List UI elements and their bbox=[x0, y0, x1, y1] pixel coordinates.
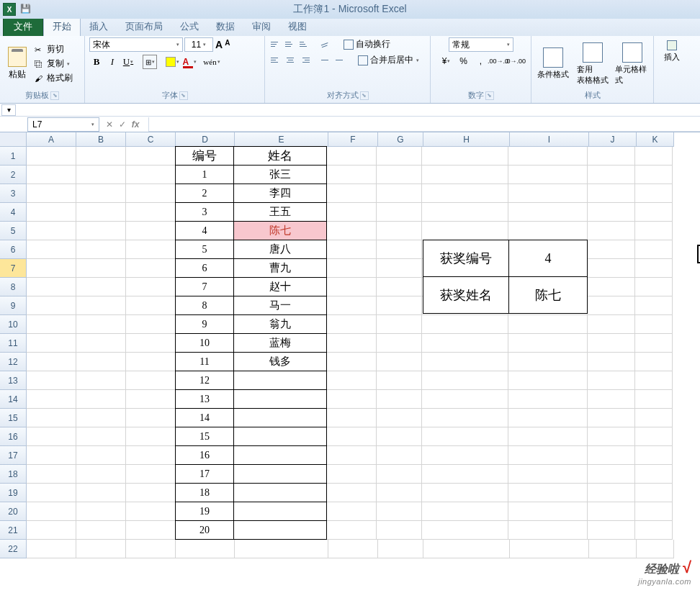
insert-cells-button[interactable] bbox=[667, 40, 677, 50]
grow-font-icon[interactable]: A bbox=[215, 39, 223, 50]
cell-B17[interactable] bbox=[76, 446, 126, 465]
cell-I14[interactable] bbox=[508, 390, 588, 409]
cell-E13[interactable] bbox=[233, 371, 327, 390]
cell-F13[interactable] bbox=[327, 371, 377, 390]
cell-C1[interactable] bbox=[126, 147, 176, 166]
cell-H3[interactable] bbox=[422, 184, 508, 203]
result-value[interactable]: 陈七 bbox=[508, 276, 588, 314]
cell-J14[interactable] bbox=[588, 390, 635, 409]
cell-H11[interactable] bbox=[422, 334, 508, 353]
cell-D15[interactable]: 14 bbox=[175, 408, 234, 427]
launcher-icon[interactable]: ⬊ bbox=[360, 91, 369, 100]
phonetic-button[interactable]: wén▾ bbox=[205, 55, 219, 69]
cell-B12[interactable] bbox=[76, 353, 126, 371]
cell-A13[interactable] bbox=[27, 371, 76, 390]
cell-I22[interactable] bbox=[510, 540, 589, 558]
cell-A11[interactable] bbox=[27, 334, 76, 353]
row-header-1[interactable]: 1 bbox=[0, 147, 27, 166]
format-as-table-button[interactable]: 套用 表格格式 bbox=[575, 42, 609, 86]
launcher-icon[interactable]: ⬊ bbox=[50, 91, 59, 100]
cell-C4[interactable] bbox=[126, 203, 176, 222]
cell-F15[interactable] bbox=[327, 409, 377, 427]
row-header-10[interactable]: 10 bbox=[0, 315, 27, 334]
spreadsheet-grid[interactable]: ABCDEFGHIJK 1234567891011121314151617181… bbox=[0, 132, 700, 593]
cell-F14[interactable] bbox=[327, 390, 377, 409]
cell-A2[interactable] bbox=[27, 166, 76, 184]
cell-D22[interactable] bbox=[176, 540, 235, 558]
cell-K10[interactable] bbox=[635, 315, 673, 334]
cell-E5[interactable]: 陈七 bbox=[233, 221, 327, 240]
cell-D20[interactable]: 19 bbox=[175, 502, 234, 521]
cell-G1[interactable] bbox=[377, 147, 422, 166]
tab-home[interactable]: 开始 bbox=[43, 17, 81, 36]
cell-D5[interactable]: 4 bbox=[175, 221, 234, 240]
cell-A14[interactable] bbox=[27, 390, 76, 409]
cell-I13[interactable] bbox=[508, 371, 588, 390]
cell-D18[interactable]: 17 bbox=[175, 464, 234, 484]
col-header-G[interactable]: G bbox=[378, 132, 423, 147]
cell-A19[interactable] bbox=[27, 484, 76, 502]
cell-D19[interactable]: 18 bbox=[175, 483, 234, 502]
row-header-11[interactable]: 11 bbox=[0, 334, 27, 353]
cell-F22[interactable] bbox=[328, 540, 378, 558]
cell-D9[interactable]: 8 bbox=[175, 296, 234, 315]
row-header-22[interactable]: 22 bbox=[0, 540, 27, 558]
cell-K7[interactable] bbox=[635, 259, 673, 278]
cell-D4[interactable]: 3 bbox=[175, 202, 234, 222]
cell-H22[interactable] bbox=[423, 540, 510, 558]
cell-B15[interactable] bbox=[76, 409, 126, 427]
cell-K13[interactable] bbox=[635, 371, 673, 390]
tab-data[interactable]: 数据 bbox=[207, 17, 243, 36]
cell-C20[interactable] bbox=[126, 502, 176, 521]
cell-D2[interactable]: 1 bbox=[175, 165, 234, 184]
cell-E9[interactable]: 马一 bbox=[233, 296, 327, 315]
cell-B8[interactable] bbox=[76, 278, 126, 296]
cell-F1[interactable] bbox=[327, 147, 377, 166]
decrease-indent-button[interactable] bbox=[320, 54, 333, 67]
cell-G20[interactable] bbox=[377, 502, 422, 521]
cell-J17[interactable] bbox=[588, 446, 635, 465]
cell-J8[interactable] bbox=[588, 278, 635, 296]
cell-C9[interactable] bbox=[126, 296, 176, 315]
cell-F18[interactable] bbox=[327, 465, 377, 484]
cell-K17[interactable] bbox=[635, 446, 673, 465]
cell-I20[interactable] bbox=[508, 502, 588, 521]
font-name-select[interactable]: 宋体▾ bbox=[89, 37, 183, 52]
cell-J7[interactable] bbox=[588, 259, 635, 278]
row-header-9[interactable]: 9 bbox=[0, 296, 27, 315]
cell-G17[interactable] bbox=[377, 446, 422, 465]
cell-K14[interactable] bbox=[635, 390, 673, 409]
cell-K12[interactable] bbox=[635, 353, 673, 371]
cell-G18[interactable] bbox=[377, 465, 422, 484]
cell-D21[interactable]: 20 bbox=[175, 520, 234, 540]
cut-button[interactable]: 剪切 bbox=[33, 42, 74, 56]
cell-A10[interactable] bbox=[27, 315, 76, 334]
cell-K18[interactable] bbox=[635, 465, 673, 484]
cell-E15[interactable] bbox=[233, 408, 327, 427]
cell-A18[interactable] bbox=[27, 465, 76, 484]
cell-G15[interactable] bbox=[377, 409, 422, 427]
cell-B7[interactable] bbox=[76, 259, 126, 278]
cell-A3[interactable] bbox=[27, 184, 76, 203]
cell-G8[interactable] bbox=[377, 278, 422, 296]
cell-B9[interactable] bbox=[76, 296, 126, 315]
cell-G22[interactable] bbox=[378, 540, 423, 558]
cell-G13[interactable] bbox=[377, 371, 422, 390]
cell-J5[interactable] bbox=[588, 222, 635, 240]
col-header-K[interactable]: K bbox=[637, 132, 674, 147]
cell-G7[interactable] bbox=[377, 259, 422, 278]
cell-C13[interactable] bbox=[126, 371, 176, 390]
mini-toolbar-icon[interactable]: ▾ bbox=[1, 104, 16, 116]
cell-J6[interactable] bbox=[588, 240, 635, 259]
cell-K11[interactable] bbox=[635, 334, 673, 353]
cell-A21[interactable] bbox=[27, 521, 76, 540]
row-header-14[interactable]: 14 bbox=[0, 390, 27, 409]
cell-I21[interactable] bbox=[508, 521, 588, 540]
cell-C19[interactable] bbox=[126, 484, 176, 502]
cell-A4[interactable] bbox=[27, 203, 76, 222]
col-header-F[interactable]: F bbox=[328, 132, 378, 147]
row-header-4[interactable]: 4 bbox=[0, 203, 27, 222]
cell-I18[interactable] bbox=[508, 465, 588, 484]
row-header-15[interactable]: 15 bbox=[0, 409, 27, 427]
cell-I11[interactable] bbox=[508, 334, 588, 353]
